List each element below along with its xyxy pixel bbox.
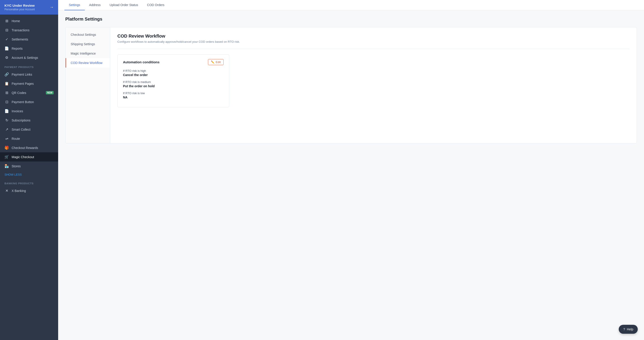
page-title: Platform Settings xyxy=(65,16,637,22)
sidebar-item-invoices[interactable]: 📄 Invoices xyxy=(0,106,58,116)
sidebar-item-settlements[interactable]: ✓ Settlements xyxy=(0,35,58,44)
x-banking-icon: ✕ xyxy=(4,188,9,193)
sidebar-header-subtitle: Personalise your Account xyxy=(4,8,35,11)
home-icon: ⊞ xyxy=(4,19,9,23)
help-icon: ? xyxy=(623,328,625,331)
divider xyxy=(118,49,630,49)
automation-card: Automation conditions ✏️ Edit If RTO ris… xyxy=(118,54,229,107)
settings-sidebar-item-magic-intelligence[interactable]: Magic Intelligence xyxy=(66,49,110,58)
automation-card-header: Automation conditions ✏️ Edit xyxy=(123,59,224,65)
sidebar-item-account-settings[interactable]: ⚙ Account & Settings xyxy=(0,53,58,62)
sidebar-item-x-banking-label: X Banking xyxy=(12,189,26,192)
sidebar-expand-icon: → xyxy=(50,5,54,10)
checkout-rewards-icon: 🎁 xyxy=(4,146,9,150)
workflow-description: Configure workflows to automatically app… xyxy=(118,40,630,44)
sidebar-item-reports[interactable]: 📄 Reports xyxy=(0,44,58,53)
sidebar-item-payment-button-label: Payment Button xyxy=(12,100,34,104)
sidebar-item-stores[interactable]: 🏪 Stores xyxy=(0,162,58,171)
sidebar-item-transactions-label: Transactions xyxy=(12,28,30,32)
sidebar-item-payment-pages[interactable]: 📋 Payment Pages xyxy=(0,79,58,88)
condition-high-value: Cancel the order xyxy=(123,73,224,77)
show-less-button[interactable]: SHOW LESS xyxy=(0,171,58,178)
sidebar-item-subscriptions[interactable]: ↻ Subscriptions xyxy=(0,116,58,125)
condition-high-rto: If RTO risk is high Cancel the order xyxy=(123,69,224,77)
reports-icon: 📄 xyxy=(4,46,9,50)
sidebar-header[interactable]: KYC Under Review Personalise your Accoun… xyxy=(0,0,58,14)
qr-new-badge: NEW xyxy=(46,91,54,94)
sidebar-item-payment-links[interactable]: 🔗 Payment Links xyxy=(0,70,58,79)
settings-layout: Checkout Settings Shipping Settings Magi… xyxy=(65,27,637,144)
settings-sidebar: Checkout Settings Shipping Settings Magi… xyxy=(66,27,110,143)
main-content: Settings Address Upload Order Status COD… xyxy=(58,0,644,340)
magic-checkout-icon: 🛒 xyxy=(4,155,9,159)
sidebar-item-checkout-rewards[interactable]: 🎁 Checkout Rewards xyxy=(0,143,58,152)
route-icon: ⇌ xyxy=(4,136,9,141)
help-button[interactable]: ? Help xyxy=(619,325,638,334)
sidebar-item-smart-collect[interactable]: ↗ Smart Collect xyxy=(0,125,58,134)
condition-medium-rto: If RTO risk is medium Put the order on h… xyxy=(123,80,224,88)
sidebar-item-route-label: Route xyxy=(12,137,20,140)
sidebar-nav: ⊞ Home ⊟ Transactions ✓ Settlements 📄 Re… xyxy=(0,14,58,197)
sidebar-item-x-banking[interactable]: ✕ X Banking xyxy=(0,186,58,195)
tab-address[interactable]: Address xyxy=(85,0,105,10)
sidebar-item-transactions[interactable]: ⊟ Transactions xyxy=(0,26,58,35)
tabs-bar: Settings Address Upload Order Status COD… xyxy=(58,0,644,10)
banking-products-section-label: BANKING PRODUCTS xyxy=(0,178,58,186)
sidebar-item-route[interactable]: ⇌ Route xyxy=(0,134,58,143)
tab-upload-order-status[interactable]: Upload Order Status xyxy=(105,0,143,10)
settings-sidebar-item-checkout[interactable]: Checkout Settings xyxy=(66,30,110,39)
settings-icon: ⚙ xyxy=(4,56,9,60)
invoices-icon: 📄 xyxy=(4,109,9,113)
sidebar-item-payment-button[interactable]: ⊡ Payment Button xyxy=(0,97,58,106)
help-label: Help xyxy=(627,328,633,331)
qr-codes-icon: ⊞ xyxy=(4,90,9,95)
automation-card-title: Automation conditions xyxy=(123,60,160,64)
workflow-title: COD Review Workflow xyxy=(118,34,630,39)
sidebar-item-smart-collect-label: Smart Collect xyxy=(12,128,30,131)
payment-links-icon: 🔗 xyxy=(4,72,9,76)
transactions-icon: ⊟ xyxy=(4,28,9,32)
sidebar-item-home[interactable]: ⊞ Home xyxy=(0,16,58,26)
sidebar-item-payment-links-label: Payment Links xyxy=(12,73,32,76)
sidebar: KYC Under Review Personalise your Accoun… xyxy=(0,0,58,340)
condition-low-rto: If RTO risk is low NA xyxy=(123,92,224,99)
sidebar-item-settlements-label: Settlements xyxy=(12,38,28,41)
payment-pages-icon: 📋 xyxy=(4,82,9,86)
sidebar-item-magic-checkout-label: Magic Checkout xyxy=(12,155,34,159)
sidebar-header-text: KYC Under Review Personalise your Accoun… xyxy=(4,4,35,11)
sidebar-item-magic-checkout[interactable]: 🛒 Magic Checkout xyxy=(0,152,58,162)
tab-settings[interactable]: Settings xyxy=(64,0,85,10)
sidebar-item-home-label: Home xyxy=(12,19,20,23)
condition-low-value: NA xyxy=(123,96,224,99)
settings-sidebar-item-cod-review[interactable]: COD Review Workflow xyxy=(66,58,110,68)
condition-medium-value: Put the order on hold xyxy=(123,84,224,88)
smart-collect-icon: ↗ xyxy=(4,127,9,132)
settlements-icon: ✓ xyxy=(4,37,9,42)
condition-low-label: If RTO risk is low xyxy=(123,92,224,95)
edit-label: Edit xyxy=(216,60,221,64)
sidebar-item-payment-pages-label: Payment Pages xyxy=(12,82,34,86)
edit-button[interactable]: ✏️ Edit xyxy=(208,59,224,65)
sidebar-item-invoices-label: Invoices xyxy=(12,110,23,113)
content-area: Platform Settings Checkout Settings Ship… xyxy=(58,10,644,340)
sidebar-item-qr-codes-label: QR Codes xyxy=(12,91,26,94)
payment-button-icon: ⊡ xyxy=(4,100,9,104)
sidebar-item-qr-codes[interactable]: ⊞ QR Codes NEW xyxy=(0,88,58,97)
stores-icon: 🏪 xyxy=(4,164,9,168)
subscriptions-icon: ↻ xyxy=(4,118,9,122)
settings-content: COD Review Workflow Configure workflows … xyxy=(110,27,636,143)
payment-products-section-label: PAYMENT PRODUCTS xyxy=(0,62,58,70)
condition-medium-label: If RTO risk is medium xyxy=(123,80,224,84)
tab-cod-orders[interactable]: COD Orders xyxy=(143,0,169,10)
sidebar-item-checkout-rewards-label: Checkout Rewards xyxy=(12,146,38,150)
sidebar-item-stores-label: Stores xyxy=(12,164,20,168)
sidebar-item-subscriptions-label: Subscriptions xyxy=(12,118,30,122)
sidebar-item-reports-label: Reports xyxy=(12,47,22,50)
sidebar-header-title: KYC Under Review xyxy=(4,4,35,8)
edit-icon: ✏️ xyxy=(211,60,214,64)
sidebar-item-account-settings-label: Account & Settings xyxy=(12,56,38,60)
condition-high-label: If RTO risk is high xyxy=(123,69,224,72)
settings-sidebar-item-shipping[interactable]: Shipping Settings xyxy=(66,39,110,49)
